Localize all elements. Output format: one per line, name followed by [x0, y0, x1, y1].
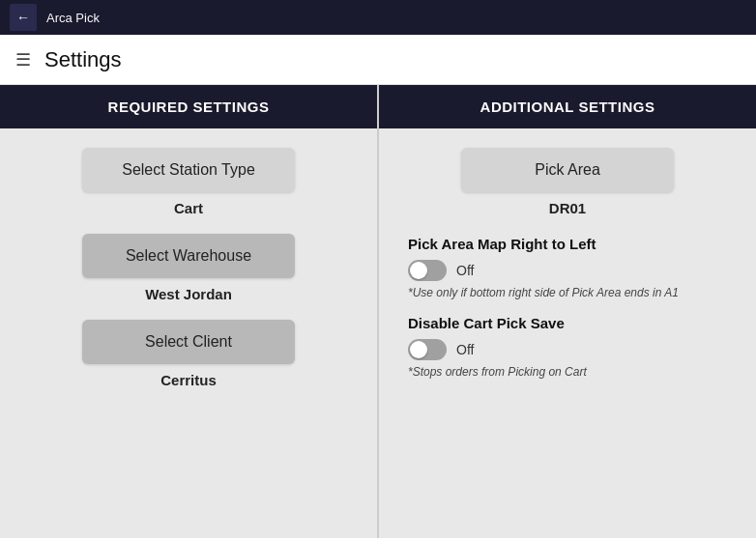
additional-settings-section: ADDITIONAL SETTINGS Pick Area DR01 Pick … — [379, 85, 756, 538]
pick-area-map-toggle-label: Off — [456, 263, 474, 278]
pick-area-map-label: Pick Area Map Right to Left — [408, 236, 727, 252]
page-title: Settings — [44, 47, 122, 72]
disable-cart-note: *Stops orders from Picking on Cart — [408, 364, 727, 381]
required-settings-body: Select Station Type Cart Select Warehous… — [0, 128, 377, 538]
select-warehouse-button[interactable]: Select Warehouse — [82, 234, 295, 278]
pick-area-map-toggle[interactable] — [408, 260, 447, 281]
pick-area-button[interactable]: Pick Area — [461, 148, 674, 192]
pick-area-map-item: Pick Area Map Right to Left Off *Use onl… — [408, 236, 727, 301]
disable-cart-toggle[interactable] — [408, 339, 447, 360]
disable-cart-toggle-label: Off — [456, 342, 474, 357]
hamburger-icon[interactable]: ☰ — [15, 49, 31, 71]
client-value: Cerritus — [160, 372, 217, 388]
warehouse-value: West Jordan — [145, 286, 232, 302]
station-type-value: Cart — [174, 200, 203, 216]
select-station-type-button[interactable]: Select Station Type — [82, 148, 295, 192]
disable-cart-toggle-row: Off — [408, 339, 727, 360]
disable-cart-item: Disable Cart Pick Save Off *Stops orders… — [408, 315, 727, 381]
back-button[interactable]: ← — [10, 4, 37, 31]
page-header: ☰ Settings — [0, 35, 756, 85]
client-group: Select Client Cerritus — [29, 320, 348, 388]
title-bar: ← Arca Pick — [0, 0, 756, 35]
toggle-thumb-2 — [410, 341, 427, 358]
additional-settings-body: Pick Area DR01 Pick Area Map Right to Le… — [379, 128, 756, 538]
back-icon: ← — [16, 10, 30, 25]
station-type-group: Select Station Type Cart — [29, 148, 348, 216]
pick-area-group: Pick Area DR01 — [408, 148, 727, 216]
pick-area-map-toggle-row: Off — [408, 260, 727, 281]
warehouse-group: Select Warehouse West Jordan — [29, 234, 348, 302]
toggle-thumb — [410, 262, 427, 279]
select-client-button[interactable]: Select Client — [82, 320, 295, 364]
required-settings-section: REQUIRED SETTINGS Select Station Type Ca… — [0, 85, 379, 538]
disable-cart-label: Disable Cart Pick Save — [408, 315, 727, 331]
app-name: Arca Pick — [46, 11, 100, 25]
additional-settings-header: ADDITIONAL SETTINGS — [379, 85, 756, 128]
sections-container: REQUIRED SETTINGS Select Station Type Ca… — [0, 85, 756, 538]
pick-area-value: DR01 — [549, 200, 586, 216]
required-settings-header: REQUIRED SETTINGS — [0, 85, 377, 128]
pick-area-map-note: *Use only if bottom right side of Pick A… — [408, 285, 727, 301]
